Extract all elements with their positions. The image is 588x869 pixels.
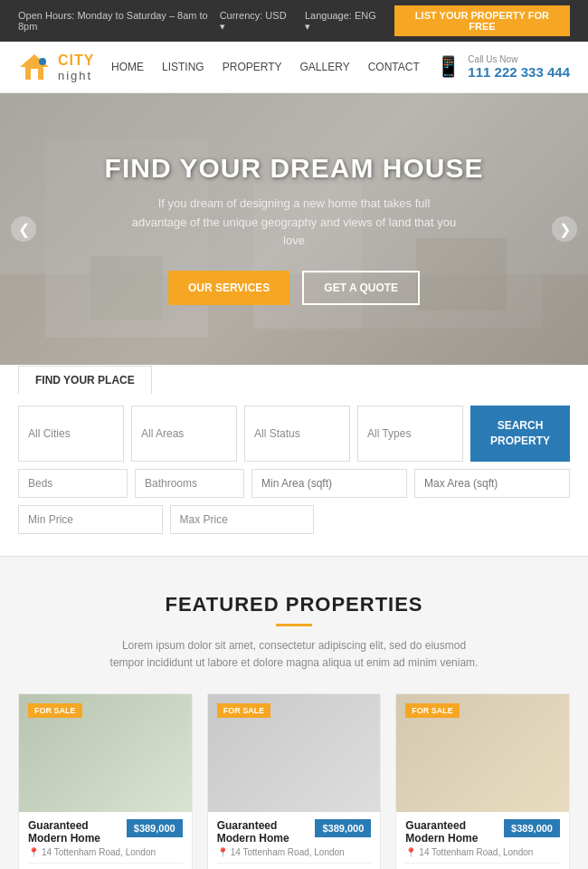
title-underline [276, 624, 312, 626]
logo-city: CITY [58, 52, 94, 69]
max-area-input[interactable] [414, 469, 570, 498]
our-services-button[interactable]: OUR SERVICES [168, 271, 289, 305]
all-status-select[interactable]: All Status [244, 406, 350, 462]
find-your-place-tab[interactable]: FIND YOUR PLACE [18, 366, 152, 394]
property-card[interactable]: FOR SALE Guaranteed Modern Home $389,000… [395, 693, 570, 869]
nav-property[interactable]: PROPERTY [223, 61, 282, 73]
location-text: 14 Tottenham Road, London [419, 847, 533, 857]
section-description: Lorem ipsum dolor sit amet, consectetur … [104, 637, 484, 672]
hero-section: ❮ FIND YOUR DREAM HOUSE If you dream of … [0, 93, 588, 365]
all-areas-select[interactable]: All Areas [131, 406, 237, 462]
for-sale-badge: FOR SALE [405, 703, 460, 718]
hero-subtitle: If you dream of designing a new home tha… [131, 195, 457, 251]
property-image: FOR SALE [208, 694, 381, 812]
hero-content: FIND YOUR DREAM HOUSE If you dream of de… [105, 153, 484, 305]
section-title: FEATURED PROPERTIES Lorem ipsum dolor si… [18, 593, 570, 672]
hero-next-button[interactable]: ❯ [552, 216, 577, 242]
property-price: $389,000 [504, 819, 560, 837]
language-arrow-icon: ▾ [305, 21, 310, 32]
header: CITY night HOME LISTING PROPERTY GALLERY… [0, 42, 588, 93]
currency-selector[interactable]: Currency: USD ▾ [220, 10, 290, 33]
featured-title: FEATURED PROPERTIES [18, 593, 570, 616]
property-details: ✂ 3060 Sqft 🛏 3 Beds 🚿 3 Baths 🚗 Yes [28, 863, 183, 869]
search-form: All Cities All Areas All Status All Type… [0, 393, 588, 534]
property-info: Guaranteed Modern Home $389,000 📍 14 Tot… [19, 812, 192, 869]
property-price: $389,000 [315, 819, 371, 837]
language-selector[interactable]: Language: ENG ▾ [305, 10, 380, 33]
phone-info: Call Us Now 111 222 333 444 [468, 54, 570, 80]
property-title: Guaranteed Modern Home [217, 819, 316, 845]
svg-point-2 [39, 58, 46, 65]
hours-text: Open Hours: Monday to Saturday – 8am to … [18, 10, 220, 32]
location-icon: 📍 [217, 847, 228, 857]
search-property-button[interactable]: SEARCH PROPERTY [470, 406, 570, 462]
property-title-row: Guaranteed Modern Home $389,000 [217, 819, 372, 845]
search-section: FIND YOUR PLACE All Cities All Areas All… [0, 365, 588, 557]
logo-icon [18, 51, 51, 83]
for-sale-badge: FOR SALE [28, 703, 82, 718]
nav-home[interactable]: HOME [111, 61, 144, 73]
top-bar: Open Hours: Monday to Saturday – 8am to … [0, 0, 588, 42]
min-area-input[interactable] [251, 469, 407, 498]
all-cities-select[interactable]: All Cities [18, 406, 124, 462]
property-card[interactable]: FOR SALE Guaranteed Modern Home $389,000… [207, 693, 382, 869]
property-grid: FOR SALE Guaranteed Modern Home $389,000… [18, 693, 570, 869]
property-image: FOR SALE [19, 694, 192, 812]
currency-arrow-icon: ▾ [220, 21, 225, 32]
property-image: FOR SALE [396, 694, 569, 812]
call-now-label: Call Us Now [468, 54, 570, 64]
property-card[interactable]: FOR SALE Guaranteed Modern Home $389,000… [18, 693, 193, 869]
featured-section: FEATURED PROPERTIES Lorem ipsum dolor si… [0, 557, 588, 869]
property-price: $389,000 [127, 819, 183, 837]
property-info: Guaranteed Modern Home $389,000 📍 14 Tot… [396, 812, 569, 869]
search-row-2: Beds Bathrooms [18, 469, 570, 498]
property-details: ✂ 3060 Sqft 🛏 3 Beds 🚿 3 Baths 🚗 Yes [217, 863, 372, 869]
location-icon: 📍 [405, 847, 416, 857]
hero-buttons: OUR SERVICES GET A QUOTE [105, 271, 484, 305]
property-location: 📍 14 Tottenham Road, London [28, 847, 183, 857]
property-location: 📍 14 Tottenham Road, London [217, 847, 372, 857]
property-location: 📍 14 Tottenham Road, London [405, 847, 560, 857]
location-text: 14 Tottenham Road, London [231, 847, 345, 857]
beds-select[interactable]: Beds [18, 469, 128, 498]
main-nav: HOME LISTING PROPERTY GALLERY CONTACT [111, 61, 420, 73]
search-row-3: Min Price Max Price [18, 505, 570, 534]
hero-title: FIND YOUR DREAM HOUSE [105, 153, 484, 184]
property-title: Guaranteed Modern Home [28, 819, 127, 845]
min-price-select[interactable]: Min Price [18, 505, 163, 534]
property-title: Guaranteed Modern Home [405, 819, 504, 845]
hero-prev-button[interactable]: ❮ [11, 216, 36, 242]
get-a-quote-button[interactable]: GET A QUOTE [302, 271, 420, 305]
svg-rect-1 [31, 69, 38, 80]
location-icon: 📍 [28, 847, 39, 857]
bathrooms-select[interactable]: Bathrooms [135, 469, 244, 498]
search-row-1: All Cities All Areas All Status All Type… [18, 406, 570, 462]
property-info: Guaranteed Modern Home $389,000 📍 14 Tot… [208, 812, 381, 869]
chevron-right-icon: ❯ [559, 221, 571, 238]
property-details: ✂ 3060 Sqft 🛏 3 Beds 🚿 3 Baths 🚗 Yes [405, 863, 560, 869]
all-types-select[interactable]: All Types [357, 406, 463, 462]
chevron-left-icon: ❮ [18, 221, 30, 238]
logo-night: night [58, 69, 94, 83]
top-bar-right: Currency: USD ▾ Language: ENG ▾ LIST YOU… [220, 5, 570, 36]
nav-listing[interactable]: LISTING [162, 61, 204, 73]
max-price-select[interactable]: Max Price [170, 505, 315, 534]
phone-box: 📱 Call Us Now 111 222 333 444 [436, 54, 570, 80]
logo-text: CITY night [58, 52, 94, 83]
phone-number: 111 222 333 444 [468, 64, 570, 80]
logo: CITY night [18, 51, 94, 83]
for-sale-badge: FOR SALE [217, 703, 271, 718]
nav-gallery[interactable]: GALLERY [300, 61, 350, 73]
phone-icon: 📱 [436, 55, 460, 79]
list-property-button[interactable]: LIST YOUR PROPERTY FOR FREE [394, 5, 570, 36]
property-title-row: Guaranteed Modern Home $389,000 [28, 819, 183, 845]
location-text: 14 Tottenham Road, London [42, 847, 156, 857]
property-title-row: Guaranteed Modern Home $389,000 [405, 819, 560, 845]
nav-contact[interactable]: CONTACT [368, 61, 420, 73]
